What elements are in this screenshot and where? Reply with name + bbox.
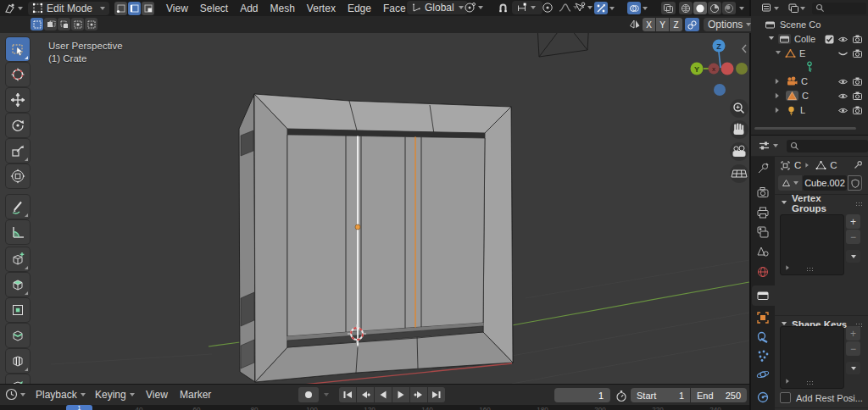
list-resize-grip[interactable] xyxy=(806,380,814,385)
expand-icon[interactable] xyxy=(769,36,774,42)
datablock-name-field[interactable]: Cube.002 xyxy=(803,175,847,191)
face-select-button[interactable] xyxy=(142,2,154,15)
vertex-select-button[interactable] xyxy=(114,2,127,15)
pan-button[interactable] xyxy=(730,120,748,139)
select-mode-set-button[interactable] xyxy=(31,18,43,30)
disable-render-camera-icon[interactable] xyxy=(852,48,863,58)
outliner-filter-dropdown[interactable] xyxy=(787,3,805,14)
disable-render-camera-icon[interactable] xyxy=(852,76,863,86)
shape-key-add-button[interactable]: + xyxy=(846,326,860,341)
outliner-row-object-data[interactable] xyxy=(751,60,868,73)
shading-material-button[interactable] xyxy=(708,2,721,14)
tool-extrude-region[interactable] xyxy=(6,273,30,296)
hide-viewport-eye-icon[interactable] xyxy=(837,91,849,101)
shading-rendered-button[interactable] xyxy=(722,2,736,14)
proportional-edit-toggle[interactable] xyxy=(542,2,554,14)
show-gizmo-dropdown[interactable] xyxy=(573,2,593,14)
outliner-row-light[interactable]: L xyxy=(751,103,868,117)
tab-tool[interactable] xyxy=(756,162,770,175)
tab-particles[interactable] xyxy=(756,349,770,363)
vertex-group-add-button[interactable]: + xyxy=(846,214,860,229)
menu-face[interactable]: Face xyxy=(383,3,406,14)
timeline-menu-keying[interactable]: Keying xyxy=(95,389,135,401)
outliner-hscrollbar[interactable] xyxy=(754,127,856,130)
vertex-groups-panel-header[interactable]: Vertex Groups xyxy=(775,195,868,212)
panel-grip-icon[interactable] xyxy=(855,202,863,206)
breadcrumb-data-label[interactable]: C xyxy=(830,160,849,170)
snap-during-transform-toggle[interactable] xyxy=(685,18,699,31)
tab-scene[interactable] xyxy=(756,245,770,258)
tool-bevel[interactable] xyxy=(6,324,30,347)
gizmo-x-pos-ball[interactable] xyxy=(721,63,734,75)
current-frame-field[interactable]: 1 xyxy=(554,388,610,402)
tab-render[interactable] xyxy=(756,186,770,199)
play-button[interactable] xyxy=(392,387,409,402)
tool-annotate[interactable] xyxy=(6,195,30,219)
timeline-menu-playback[interactable]: Playback xyxy=(36,389,86,401)
shape-key-specials-dropdown[interactable] xyxy=(846,362,860,374)
xray-toggle[interactable] xyxy=(661,2,676,14)
select-mode-invert-button[interactable] xyxy=(71,18,84,30)
collapse-icon[interactable] xyxy=(776,79,782,84)
tool-measure[interactable] xyxy=(6,220,30,244)
snap-toggle-button[interactable] xyxy=(497,2,509,14)
collapse-icon[interactable] xyxy=(776,93,782,98)
snap-target-dropdown[interactable] xyxy=(512,1,542,14)
list-filter-toggle[interactable] xyxy=(786,379,791,384)
outliner-search-input[interactable] xyxy=(812,3,866,14)
editor-type-button[interactable] xyxy=(3,3,23,14)
shape-key-remove-button[interactable]: − xyxy=(846,341,860,356)
zoom-button[interactable] xyxy=(730,99,748,118)
tool-inset-faces[interactable] xyxy=(6,298,30,322)
menu-edge[interactable]: Edge xyxy=(348,3,371,14)
gizmos-toggle[interactable] xyxy=(594,2,608,14)
mirror-z-toggle[interactable]: Z xyxy=(670,18,682,31)
gizmo-y-neg-ball[interactable] xyxy=(736,63,748,75)
hide-viewport-eye-icon[interactable] xyxy=(837,106,849,115)
properties-search-input[interactable] xyxy=(787,140,868,152)
orthographic-toggle-button[interactable] xyxy=(730,164,748,183)
tool-add-cube[interactable] xyxy=(6,247,30,271)
outliner-row-camera[interactable]: C xyxy=(751,75,868,88)
play-reverse-button[interactable] xyxy=(375,387,392,402)
shape-keys-list[interactable] xyxy=(780,326,844,389)
orientation-dropdown[interactable]: Global xyxy=(407,1,468,14)
object-breadcrumb-icon[interactable] xyxy=(780,160,791,171)
crate-mesh[interactable] xyxy=(239,94,513,382)
auto-keying-record-button[interactable] xyxy=(298,387,319,402)
list-resize-grip[interactable] xyxy=(806,267,814,271)
edge-select-button[interactable] xyxy=(128,2,141,15)
select-mode-extend-button[interactable] xyxy=(44,18,57,30)
tab-collection-active[interactable] xyxy=(752,285,775,306)
timeline-menu-view[interactable]: View xyxy=(146,389,168,401)
timeline-menu-marker[interactable]: Marker xyxy=(180,389,211,401)
collapse-icon[interactable] xyxy=(776,108,782,113)
gizmo-z-neg-ball[interactable] xyxy=(714,84,726,96)
vertex-group-remove-button[interactable]: − xyxy=(846,230,860,244)
tab-modifiers[interactable] xyxy=(756,330,770,344)
mirror-x-toggle[interactable]: X xyxy=(643,18,655,31)
timeline-ruler[interactable]: 20 40 60 80 100 120 140 160 180 200 220 … xyxy=(0,405,749,410)
viewport-3d[interactable]: x Z Y xyxy=(0,33,749,384)
collection-checkbox[interactable] xyxy=(825,35,834,44)
jump-to-start-button[interactable] xyxy=(339,387,356,402)
expand-icon[interactable] xyxy=(776,50,781,56)
tool-rotate[interactable] xyxy=(6,114,30,137)
menu-select[interactable]: Select xyxy=(200,3,228,14)
properties-editor-type-dropdown[interactable] xyxy=(758,140,778,152)
mode-dropdown[interactable]: Edit Mode xyxy=(28,2,109,15)
hide-viewport-eye-icon[interactable] xyxy=(837,77,849,86)
breadcrumb-object-label[interactable]: C xyxy=(794,160,801,170)
tab-world[interactable] xyxy=(756,265,770,279)
outliner-row-object-e[interactable]: E xyxy=(751,47,868,60)
closed-eye-icon[interactable] xyxy=(837,49,849,58)
background-mesh-object[interactable] xyxy=(537,33,589,57)
mesh-data-breadcrumb-icon[interactable] xyxy=(815,160,826,170)
vertex-group-specials-dropdown[interactable] xyxy=(846,250,860,263)
tab-physics[interactable] xyxy=(756,368,770,381)
disable-render-camera-icon[interactable] xyxy=(852,91,863,101)
select-mode-intersect-button[interactable] xyxy=(85,18,97,30)
mirror-y-toggle[interactable]: Y xyxy=(656,18,669,31)
tool-move[interactable] xyxy=(6,88,30,112)
previous-keyframe-button[interactable] xyxy=(357,387,374,402)
